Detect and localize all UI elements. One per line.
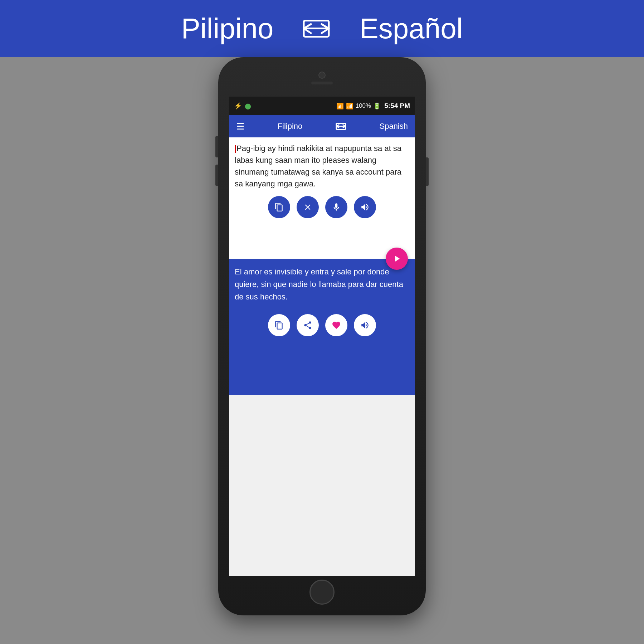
app-icon: ⬤: [245, 103, 251, 109]
battery-percent: 100%: [356, 102, 371, 109]
app-toolbar: ☰ Filipino Spanish: [229, 115, 415, 137]
phone-shell: ⚡ ⬤ 📶 📶 100% 🔋 5:54 PM ☰ Filipino: [218, 57, 426, 615]
toolbar-lang-left[interactable]: Filipino: [278, 122, 303, 131]
status-time: 5:54 PM: [384, 102, 410, 110]
phone-side-button-left-bottom: [215, 165, 218, 186]
microphone-button[interactable]: [325, 196, 347, 218]
battery-icon: 🔋: [373, 102, 381, 110]
hamburger-menu-button[interactable]: ☰: [236, 121, 244, 132]
toolbar-swap-icon[interactable]: [336, 122, 346, 130]
translate-button[interactable]: [386, 248, 408, 270]
status-icons-right: 📶 📶 100% 🔋 5:54 PM: [336, 102, 410, 110]
clipboard-button[interactable]: [268, 196, 290, 218]
phone-side-button-left-top: [215, 136, 218, 157]
phone-home-button[interactable]: [309, 580, 335, 605]
phone-frame: ⚡ ⬤ 📶 📶 100% 🔋 5:54 PM ☰ Filipino: [218, 57, 426, 615]
top-banner: Pilipino Español: [0, 0, 644, 57]
output-text: El amor es invisible y entra y sale por …: [235, 265, 409, 303]
speaker-output-button[interactable]: [354, 314, 376, 336]
input-action-buttons: [235, 196, 409, 223]
phone-screen: ⚡ ⬤ 📶 📶 100% 🔋 5:54 PM ☰ Filipino: [229, 97, 415, 576]
banner-lang-left: Pilipino: [181, 12, 273, 45]
phone-camera: [318, 72, 326, 79]
copy-output-button[interactable]: [268, 314, 290, 336]
input-section: Pag-ibig ay hindi nakikita at napupunta …: [229, 137, 415, 259]
banner-lang-right: Español: [359, 12, 463, 45]
clear-button[interactable]: [297, 196, 319, 218]
banner-swap-icon: [302, 18, 331, 39]
status-icons-left: ⚡ ⬤: [234, 102, 251, 110]
status-bar: ⚡ ⬤ 📶 📶 100% 🔋 5:54 PM: [229, 97, 415, 115]
signal-icon: 📶: [346, 102, 353, 110]
toolbar-lang-right[interactable]: Spanish: [379, 122, 408, 131]
output-action-buttons: [235, 314, 409, 336]
phone-speaker: [311, 82, 333, 84]
favorite-button[interactable]: [325, 314, 347, 336]
output-section: El amor es invisible y entra y sale por …: [229, 259, 415, 395]
phone-side-button-right: [426, 157, 429, 186]
input-text[interactable]: Pag-ibig ay hindi nakikita at napupunta …: [235, 142, 409, 190]
text-cursor: [235, 145, 236, 153]
wifi-icon: 📶: [336, 102, 344, 110]
usb-icon: ⚡: [234, 102, 242, 110]
share-button[interactable]: [297, 314, 319, 336]
speaker-input-button[interactable]: [354, 196, 376, 218]
